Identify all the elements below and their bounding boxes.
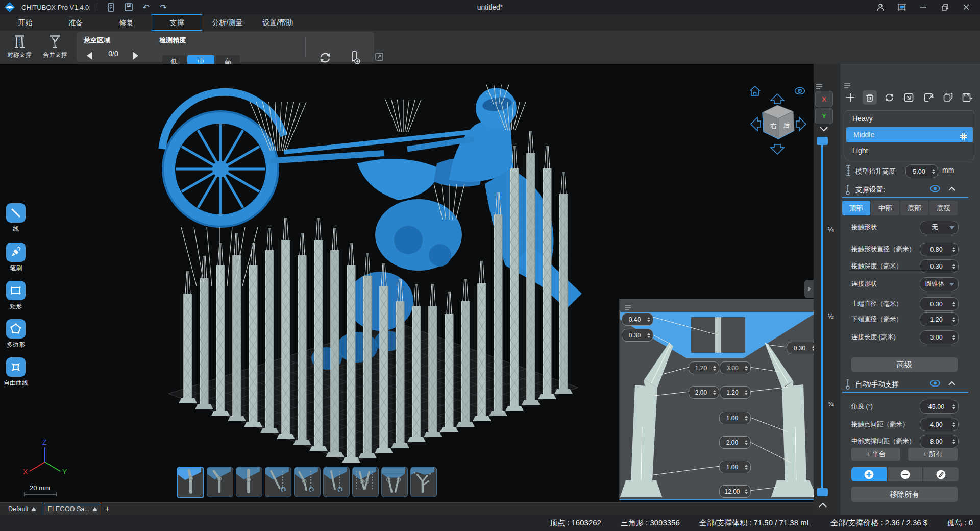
tool-brush[interactable]: 笔刷: [1, 243, 31, 273]
advanced-button[interactable]: 高级: [851, 357, 958, 372]
contact-diameter-input[interactable]: 0.80: [920, 243, 959, 256]
remove-support-mode-button[interactable]: [888, 467, 923, 481]
reset-profile-icon[interactable]: [883, 90, 897, 105]
diagram-pillar-diameter-input[interactable]: 2.00: [719, 436, 751, 449]
support-preset-angle[interactable]: [207, 467, 233, 497]
contact-shape-dropdown[interactable]: 无: [920, 221, 959, 234]
diagram-connect-length-input[interactable]: 3.00: [720, 361, 751, 374]
clip-slider-track[interactable]: [821, 144, 823, 489]
minimize-button[interactable]: [915, 1, 932, 14]
tab-top[interactable]: 顶部: [842, 201, 870, 215]
tab-repair[interactable]: 修复: [101, 14, 152, 31]
auto-collapse-chevron-icon[interactable]: [948, 381, 955, 385]
add-support-mode-button[interactable]: [851, 467, 887, 481]
point-spacing-input[interactable]: 4.00: [920, 418, 959, 431]
strip-chevron-up-icon[interactable]: [819, 503, 827, 508]
lift-height-input[interactable]: 5.00: [905, 164, 938, 178]
support-collapse-chevron-icon[interactable]: [948, 187, 955, 191]
add-machine-tab-button[interactable]: +: [101, 503, 114, 515]
clip-axis-x-button[interactable]: X: [815, 91, 833, 107]
support-preset-line-magnet[interactable]: [265, 467, 291, 497]
support-preset-ceiling[interactable]: [381, 467, 408, 497]
spinner-arrows[interactable]: [932, 169, 935, 174]
support-shape-diagram-panel[interactable]: 0.40 0.30 0.30 1.20 3.00 2.00 1.20 1.00 …: [619, 299, 819, 500]
diagram-lower-diameter-input[interactable]: 1.20: [689, 361, 719, 374]
diagram-upper-diameter-left-input[interactable]: 0.30: [622, 329, 653, 342]
support-visibility-eye-icon[interactable]: [930, 185, 940, 194]
diagram-foot-height-input[interactable]: 1.00: [719, 461, 751, 473]
tab-raft[interactable]: 底筏: [929, 201, 958, 215]
spinner-arrows[interactable]: [952, 264, 955, 269]
tab-start[interactable]: 开始: [0, 14, 51, 31]
spinner-arrows[interactable]: [952, 302, 955, 307]
mid-spacing-input[interactable]: 8.00: [920, 435, 959, 448]
redo-icon[interactable]: ↷: [158, 2, 169, 13]
diagram-foot-diameter-input[interactable]: 12.00: [719, 485, 751, 498]
spinner-arrows[interactable]: [952, 247, 955, 252]
add-platform-button[interactable]: + 平台: [851, 448, 900, 461]
import-profile-icon[interactable]: [902, 90, 916, 105]
account-icon[interactable]: [872, 1, 889, 14]
tab-bottom[interactable]: 底部: [900, 201, 928, 215]
diagram-pillar-upper-input[interactable]: 1.00: [719, 412, 751, 424]
machine-tab-elegoo[interactable]: ELEGOO Sa...: [44, 503, 101, 515]
cube-face-right[interactable]: 右: [770, 122, 777, 130]
screenshot-icon[interactable]: [893, 1, 911, 14]
symmetric-support-button[interactable]: 对称支撑: [3, 34, 36, 59]
tab-analyze[interactable]: 分析/测量: [202, 14, 253, 31]
save-icon[interactable]: [123, 2, 134, 13]
auto-visibility-eye-icon[interactable]: [930, 380, 940, 388]
close-button[interactable]: [958, 1, 975, 14]
tab-prepare[interactable]: 准备: [51, 14, 101, 31]
strip-menu-icon[interactable]: [816, 84, 822, 89]
panel-menu-icon[interactable]: [844, 83, 850, 88]
tab-support[interactable]: 支撑: [152, 14, 202, 31]
support-preset-elbow-magnet[interactable]: [294, 467, 321, 497]
tool-line[interactable]: 线: [1, 203, 31, 233]
support-preset-double[interactable]: [352, 467, 379, 497]
spinner-arrows[interactable]: [952, 317, 955, 322]
profile-light[interactable]: Light: [845, 143, 974, 159]
support-preset-elbow[interactable]: [177, 467, 204, 498]
lower-diameter-input[interactable]: 1.20: [920, 312, 959, 326]
tab-settings-help[interactable]: 设置/帮助: [253, 14, 303, 31]
eraser-mode-button[interactable]: [923, 467, 959, 481]
tool-rectangle[interactable]: 矩形: [1, 281, 31, 311]
tab-middle[interactable]: 中部: [871, 201, 899, 215]
clip-slider-handle-top[interactable]: [817, 137, 828, 145]
clip-axis-y-button[interactable]: Y: [815, 108, 833, 124]
profile-middle[interactable]: Middle: [846, 127, 973, 142]
overhang-next-button[interactable]: [133, 52, 138, 60]
diagram-elbow-diameter-input[interactable]: 2.00: [689, 386, 719, 399]
spinner-arrows[interactable]: [952, 422, 955, 427]
spinner-arrows[interactable]: [952, 404, 955, 409]
cube-face-back[interactable]: 后: [783, 122, 790, 129]
upper-diameter-input[interactable]: 0.30: [920, 297, 959, 311]
save-profile-icon[interactable]: [961, 90, 975, 105]
duplicate-profile-icon[interactable]: [941, 90, 955, 105]
angle-input[interactable]: 45.00: [920, 400, 959, 414]
restore-button[interactable]: [936, 1, 953, 14]
clip-slider-handle-bottom[interactable]: [817, 488, 828, 496]
connect-length-input[interactable]: 3.00: [920, 330, 959, 344]
strip-chevron-down-icon[interactable]: [820, 127, 828, 131]
contact-depth-input[interactable]: 0.30: [920, 259, 959, 273]
diagram-menu-icon[interactable]: [625, 305, 631, 310]
machine-tab-default[interactable]: Default: [4, 503, 40, 515]
profile-heavy[interactable]: Heavy: [845, 111, 974, 127]
tool-polygon[interactable]: 多边形: [1, 319, 31, 349]
connect-shape-dropdown[interactable]: 圆锥体: [920, 277, 959, 291]
diagram-contact-depth-input[interactable]: 0.40: [622, 313, 653, 326]
merge-support-button[interactable]: 合并支撑: [39, 34, 71, 59]
overhang-prev-button[interactable]: [87, 52, 92, 60]
add-profile-icon[interactable]: [843, 90, 857, 105]
delete-profile-icon[interactable]: [863, 90, 877, 105]
support-preset-tree[interactable]: [410, 467, 437, 497]
export-profile-icon[interactable]: [921, 90, 936, 105]
diagram-elbow-length-input[interactable]: 1.20: [720, 386, 751, 399]
spinner-arrows[interactable]: [952, 335, 955, 340]
add-all-button[interactable]: + 所有: [908, 448, 958, 461]
support-preset-straight-magnet[interactable]: [323, 467, 350, 497]
new-project-icon[interactable]: [106, 2, 117, 13]
expand-side-panel-button[interactable]: [804, 280, 815, 298]
